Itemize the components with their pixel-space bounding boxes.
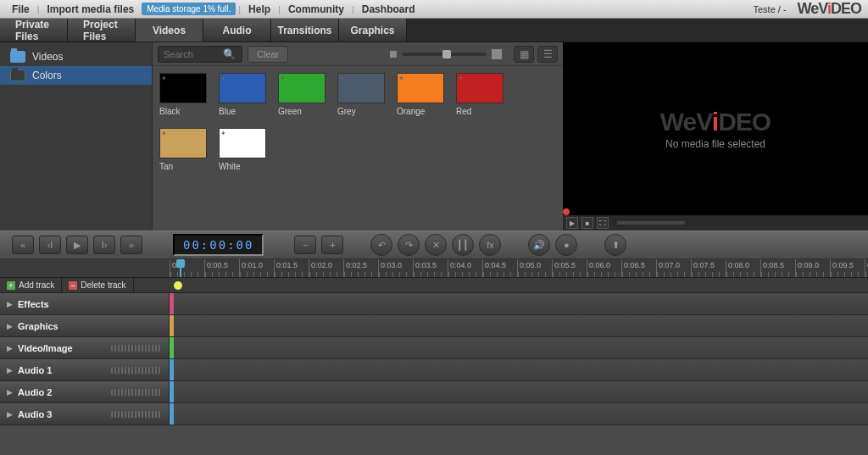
expand-icon[interactable]: ▶ xyxy=(7,344,13,352)
tab-videos[interactable]: Videos xyxy=(136,19,203,42)
ruler-tick: 0:09.5 xyxy=(830,259,865,277)
menu-community[interactable]: Community xyxy=(283,3,349,15)
swatch-label: Tan xyxy=(159,162,207,171)
zoom-in-button[interactable]: + xyxy=(321,236,343,254)
swatch-label: White xyxy=(219,162,266,171)
track-lane[interactable] xyxy=(174,293,868,314)
slider-track[interactable] xyxy=(402,53,487,56)
track-header[interactable]: ▶Video/Image xyxy=(0,337,170,358)
timeline-tracks: ▶Effects▶Graphics▶Video/Image▶Audio 1▶Au… xyxy=(0,293,868,425)
swatch-box xyxy=(219,128,266,158)
fx-button[interactable]: fx xyxy=(479,234,501,256)
play-button[interactable]: ▶ xyxy=(66,236,88,254)
color-swatch[interactable]: Green xyxy=(278,73,326,116)
preview-fullscreen-button[interactable]: ⛶ xyxy=(597,217,609,229)
timeline-ruler[interactable]: 0:00:00.50:01.00:01.50:02.00:02.50:03.00… xyxy=(0,259,868,278)
timeline-track[interactable]: ▶Effects xyxy=(0,293,868,315)
menu-file[interactable]: File xyxy=(7,3,35,15)
swatch-box xyxy=(159,73,207,103)
color-swatch[interactable]: White xyxy=(219,128,266,171)
preview-volume-slider[interactable] xyxy=(617,221,685,225)
timeline-track[interactable]: ▶Audio 2 xyxy=(0,381,868,403)
menu-import[interactable]: Import media files xyxy=(42,3,140,15)
marker-icon[interactable] xyxy=(174,281,182,290)
user-label[interactable]: Teste / - xyxy=(753,4,786,14)
track-header[interactable]: ▶Effects xyxy=(0,293,170,314)
sidebar-item-colors[interactable]: Colors xyxy=(0,66,152,85)
search-input-wrap[interactable]: 🔍 xyxy=(158,46,242,63)
timecode-display: 00:00:00 xyxy=(173,234,264,256)
record-button[interactable]: ● xyxy=(555,234,577,256)
expand-icon[interactable]: ▶ xyxy=(7,300,13,308)
forward-button[interactable]: » xyxy=(120,236,142,254)
grid-view-button[interactable]: ▦ xyxy=(514,46,534,63)
color-swatch[interactable]: Orange xyxy=(397,73,444,116)
swatch-grid: BlackBlueGreenGreyOrangeRedTanWhite xyxy=(153,66,563,230)
zoom-out-button[interactable]: − xyxy=(294,236,316,254)
list-view-button[interactable]: ☰ xyxy=(537,46,558,63)
menu-help[interactable]: Help xyxy=(243,3,275,15)
expand-icon[interactable]: ▶ xyxy=(7,322,13,330)
volume-button[interactable]: 🔊 xyxy=(528,234,550,256)
plus-icon: + xyxy=(7,281,15,290)
track-lane[interactable] xyxy=(174,359,868,380)
undo-button[interactable]: ↶ xyxy=(370,234,392,256)
media-sidebar: Videos Colors xyxy=(0,42,153,230)
in-point-marker[interactable] xyxy=(563,208,570,215)
color-swatch[interactable]: Red xyxy=(456,73,504,116)
color-swatch[interactable]: Tan xyxy=(159,128,207,171)
preview-stop-button[interactable]: ■ xyxy=(581,217,593,229)
ruler-tick: 0:0 xyxy=(170,259,204,277)
rewind-button[interactable]: « xyxy=(12,236,34,254)
ruler-tick: 0:05.0 xyxy=(517,259,552,277)
expand-icon[interactable]: ▶ xyxy=(7,410,13,419)
color-swatch[interactable]: Black xyxy=(159,73,207,116)
color-swatch[interactable]: Grey xyxy=(337,73,385,116)
track-lane[interactable] xyxy=(174,337,868,358)
color-swatch[interactable]: Blue xyxy=(219,73,266,116)
clear-button[interactable]: Clear xyxy=(248,46,288,63)
next-frame-button[interactable]: I› xyxy=(93,236,115,254)
timeline-track[interactable]: ▶Audio 3 xyxy=(0,403,868,425)
add-track-button[interactable]: +Add track xyxy=(0,278,62,292)
ruler-tick: 0:07.0 xyxy=(656,259,691,277)
playhead[interactable] xyxy=(176,259,186,269)
track-lane[interactable] xyxy=(174,403,868,424)
track-header[interactable]: ▶Audio 2 xyxy=(0,381,170,402)
prev-frame-button[interactable]: ‹I xyxy=(39,236,61,254)
search-icon: 🔍 xyxy=(223,48,236,60)
split-button[interactable]: ┃┃ xyxy=(452,234,474,256)
track-lane[interactable] xyxy=(174,315,868,336)
delete-track-button[interactable]: −Delete track xyxy=(62,278,133,292)
level-meter xyxy=(111,367,162,374)
timeline-track[interactable]: ▶Video/Image xyxy=(0,337,868,359)
track-lane[interactable] xyxy=(174,381,868,402)
ruler-tick: 0:07.5 xyxy=(691,259,726,277)
sidebar-item-videos[interactable]: Videos xyxy=(0,47,152,66)
redo-button[interactable]: ↷ xyxy=(398,234,420,256)
menu-dashboard[interactable]: Dashboard xyxy=(357,3,420,15)
track-header[interactable]: ▶Audio 1 xyxy=(0,359,170,380)
tab-audio[interactable]: Audio xyxy=(203,19,271,42)
swatch-label: Green xyxy=(278,107,326,116)
expand-icon[interactable]: ▶ xyxy=(7,366,13,375)
ruler-tick: 0:09.0 xyxy=(795,259,830,277)
ruler-tick: 0:01.5 xyxy=(274,259,309,277)
large-icon xyxy=(492,49,502,59)
tab-transitions[interactable]: Transitions xyxy=(271,19,339,42)
tab-graphics[interactable]: Graphics xyxy=(339,19,407,42)
swatch-box xyxy=(278,73,326,103)
export-button[interactable]: ⬆ xyxy=(604,234,626,256)
timeline-track[interactable]: ▶Graphics xyxy=(0,315,868,337)
tab-private-files[interactable]: Private Files xyxy=(0,19,68,42)
expand-icon[interactable]: ▶ xyxy=(7,388,13,397)
search-input[interactable] xyxy=(164,49,223,59)
track-header[interactable]: ▶Graphics xyxy=(0,315,170,336)
preview-play-button[interactable]: ▶ xyxy=(566,217,578,229)
track-header[interactable]: ▶Audio 3 xyxy=(0,403,170,424)
delete-clip-button[interactable]: ✕ xyxy=(425,234,447,256)
tab-project-files[interactable]: Project Files xyxy=(68,19,136,42)
timeline-track[interactable]: ▶Audio 1 xyxy=(0,359,868,381)
swatch-label: Grey xyxy=(337,107,385,116)
thumb-size-slider[interactable] xyxy=(390,49,502,59)
